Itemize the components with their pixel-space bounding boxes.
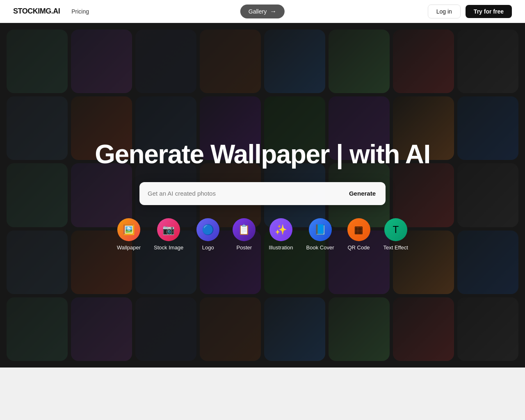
category-text_effect[interactable]: TText Effect: [383, 218, 408, 251]
wallpaper-icon: 🖼️: [117, 218, 140, 241]
category-poster[interactable]: 📋Poster: [233, 218, 256, 251]
book_cover-icon: 📘: [309, 218, 332, 241]
gallery-button[interactable]: Gallery →: [240, 5, 285, 18]
categories-row: 🖼️Wallpaper📷Stock Image🔵Logo📋Poster✨Illu…: [117, 218, 408, 251]
illustration-label: Illustration: [269, 244, 293, 251]
hero-title: Generate Wallpaper | with AI: [95, 140, 430, 169]
hero-section: Generate Wallpaper | with AI Generate 🖼️…: [0, 23, 525, 368]
search-bar: Generate: [139, 182, 386, 205]
category-wallpaper[interactable]: 🖼️Wallpaper: [117, 218, 141, 251]
poster-icon: 📋: [233, 218, 256, 241]
try-free-button[interactable]: Try for free: [466, 5, 512, 18]
qr_code-label: QR Code: [347, 244, 370, 251]
nav-center: Gallery →: [240, 5, 285, 18]
wallpaper-label: Wallpaper: [117, 244, 141, 251]
category-book_cover[interactable]: 📘Book Cover: [306, 218, 334, 251]
gallery-label: Gallery: [249, 8, 267, 15]
site-logo: STOCKIMG.AI: [13, 7, 60, 16]
logo-icon: 🔵: [196, 218, 219, 241]
logo-label: Logo: [202, 244, 214, 251]
arrow-icon: →: [270, 8, 276, 15]
text_effect-icon: T: [384, 218, 407, 241]
text_effect-label: Text Effect: [383, 244, 408, 251]
nav-pricing-link[interactable]: Pricing: [71, 8, 89, 15]
search-input[interactable]: [139, 190, 339, 197]
category-illustration[interactable]: ✨Illustration: [269, 218, 293, 251]
navbar: STOCKIMG.AI Pricing Gallery → Log in Try…: [0, 0, 525, 23]
book_cover-label: Book Cover: [306, 244, 334, 251]
poster-label: Poster: [237, 244, 252, 251]
category-stock_image[interactable]: 📷Stock Image: [154, 218, 183, 251]
nav-left: STOCKIMG.AI Pricing: [13, 7, 89, 16]
login-button[interactable]: Log in: [428, 5, 461, 18]
generate-button[interactable]: Generate: [339, 182, 386, 205]
qr_code-icon: ▦: [347, 218, 370, 241]
stock_image-icon: 📷: [157, 218, 180, 241]
hero-content: Generate Wallpaper | with AI Generate 🖼️…: [0, 23, 525, 368]
category-qr_code[interactable]: ▦QR Code: [347, 218, 370, 251]
nav-right: Log in Try for free: [428, 5, 512, 18]
category-logo[interactable]: 🔵Logo: [196, 218, 219, 251]
illustration-icon: ✨: [269, 218, 292, 241]
stock_image-label: Stock Image: [154, 244, 183, 251]
